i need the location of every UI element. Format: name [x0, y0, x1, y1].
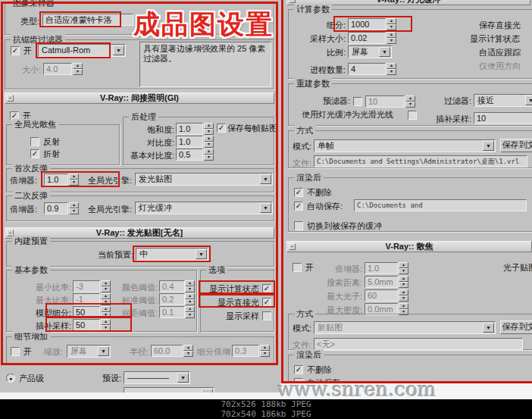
aa-size-field[interactable]: 4.0 [43, 63, 72, 75]
lc-glossy-checkbox[interactable]: ✓ [408, 111, 417, 120]
lc-subdivs-spinner[interactable]: ▴▾ [386, 18, 396, 30]
ca-file-path-field[interactable]: <无> [314, 338, 523, 350]
dropdown-arrow-icon[interactable]: ▼ [525, 95, 532, 105]
lc-file-path-field[interactable]: C:\Documents and Settings\Administrator\… [314, 155, 527, 167]
dropdown-arrow-icon[interactable]: ▼ [483, 141, 494, 151]
chevron-up-icon[interactable]: ▴ [69, 202, 79, 208]
lc-save-to-file-button[interactable]: 保存到文件 [500, 139, 532, 152]
dropdown-arrow-icon[interactable]: ▼ [196, 249, 207, 259]
chevron-up-icon[interactable]: ▴ [204, 123, 214, 129]
clr-thresh-field[interactable]: 0.4 [159, 280, 185, 292]
detail-subdiv-mult-field[interactable]: 0.3 [232, 345, 259, 357]
refractive-checkbox[interactable]: ✓ [30, 149, 39, 158]
chevron-up-icon[interactable]: ▴ [185, 293, 195, 299]
lc-sample-size-spinner[interactable]: ▴▾ [386, 32, 396, 44]
chevron-down-icon[interactable]: ▾ [260, 351, 270, 357]
ca-dont-delete-checkbox[interactable]: ✓ [294, 365, 303, 374]
chevron-up-icon[interactable]: ▴ [101, 293, 111, 299]
detail-scale-dropdown[interactable]: 屏幕 ▼ [67, 345, 111, 358]
save-frame-checkbox[interactable]: ✓ [217, 124, 226, 133]
chevron-down-icon[interactable]: ▾ [386, 24, 396, 30]
nrm-thresh-spinner[interactable]: ▴▾ [185, 293, 195, 305]
hsph-subdivs-spinner[interactable]: ▴▾ [101, 306, 111, 318]
second-engine-dropdown[interactable]: 灯光缓冲 ▼ [135, 202, 273, 214]
contrast-base-spinner[interactable]: ▴▾ [204, 149, 214, 161]
chevron-up-icon[interactable]: ▴ [399, 303, 408, 309]
second-mult-spinner[interactable]: ▴▾ [69, 202, 79, 214]
lc-switch-checkbox[interactable]: ✓ [294, 221, 303, 230]
first-mult-field[interactable]: 1.0 [44, 174, 68, 186]
chevron-up-icon[interactable]: ▴ [69, 174, 79, 180]
ca-mult-field[interactable]: 1.0 [365, 262, 398, 274]
detail-on-checkbox[interactable]: ✓ [11, 347, 20, 356]
chevron-down-icon[interactable]: ▾ [101, 312, 111, 318]
nrm-thresh-field[interactable]: 0.2 [159, 293, 185, 305]
chevron-down-icon[interactable]: ▾ [101, 286, 111, 292]
lc-dont-delete-checkbox[interactable]: ✓ [294, 188, 303, 197]
show-calc-checkbox[interactable]: ✓ [262, 284, 271, 293]
chevron-up-icon[interactable]: ▴ [185, 280, 195, 286]
collapse-minus-icon[interactable]: - [289, 0, 296, 3]
chevron-up-icon[interactable]: ▴ [73, 63, 83, 69]
dropdown-arrow-icon[interactable]: ▼ [113, 45, 124, 55]
chevron-down-icon[interactable]: ▾ [204, 142, 214, 148]
lc-prefilter-field[interactable]: 10 [365, 95, 405, 108]
production-radio[interactable]: ● [6, 374, 15, 383]
lc-interp-field[interactable]: 10 [474, 112, 532, 124]
collapse-minus-icon[interactable]: - [7, 95, 14, 102]
chevron-down-icon[interactable]: ▾ [101, 299, 111, 305]
lc-passes-spinner[interactable]: ▴▾ [386, 63, 396, 75]
ca-search-field[interactable]: 5.0mm [365, 276, 398, 288]
min-rate-spinner[interactable]: ▴▾ [101, 280, 111, 292]
interp-samples-spinner[interactable]: ▴▾ [101, 319, 111, 331]
chevron-up-icon[interactable]: ▴ [399, 276, 408, 282]
chevron-down-icon[interactable]: ▾ [101, 325, 111, 331]
chevron-up-icon[interactable]: ▴ [183, 345, 193, 351]
detail-radius-spinner[interactable]: ▴▾ [183, 345, 193, 357]
chevron-up-icon[interactable]: ▴ [386, 32, 396, 38]
lc-scale-dropdown[interactable]: 屏幕 ▼ [348, 45, 392, 58]
chevron-down-icon[interactable]: ▾ [185, 299, 195, 305]
dist-thresh-spinner[interactable]: ▴▾ [185, 306, 195, 318]
chevron-down-icon[interactable]: ▾ [204, 155, 214, 161]
interp-samples-field[interactable]: 50 [73, 319, 100, 331]
chevron-down-icon[interactable]: ▾ [405, 102, 415, 108]
chevron-up-icon[interactable]: ▴ [386, 63, 396, 69]
chevron-up-icon[interactable]: ▴ [101, 280, 111, 286]
ca-search-spinner[interactable]: ▴▾ [399, 276, 408, 288]
dist-thresh-field[interactable]: 0.1 [159, 306, 185, 318]
hsph-subdivs-field[interactable]: 50 [73, 306, 100, 318]
contrast-field[interactable]: 1.0 [176, 136, 203, 148]
chevron-down-icon[interactable]: ▾ [399, 268, 408, 274]
caustics-on-checkbox[interactable]: ✓ [293, 263, 302, 272]
dropdown-arrow-icon[interactable]: ▼ [260, 203, 271, 213]
detail-radius-field[interactable]: 60.0 [151, 345, 183, 357]
first-mult-spinner[interactable]: ▴▾ [69, 174, 79, 186]
lc-prefilter-checkbox[interactable]: ✓ [353, 97, 362, 106]
aa-on-checkbox[interactable]: ✓ [11, 46, 20, 55]
chevron-down-icon[interactable]: ▾ [204, 129, 214, 135]
clr-thresh-spinner[interactable]: ▴▾ [185, 280, 195, 292]
max-rate-spinner[interactable]: ▴▾ [101, 293, 111, 305]
sampler-type-field[interactable]: 自适应准蒙特卡洛 [42, 14, 133, 26]
detail-subdiv-mult-spinner[interactable]: ▴▾ [260, 345, 270, 357]
dropdown-arrow-icon[interactable]: ▼ [98, 346, 109, 356]
min-rate-field[interactable]: -3 [73, 280, 100, 292]
chevron-down-icon[interactable]: ▾ [183, 351, 193, 357]
chevron-down-icon[interactable]: ▾ [386, 69, 396, 75]
collapse-minus-icon[interactable]: - [289, 243, 296, 250]
contrast-base-field[interactable]: 0.5 [176, 149, 203, 161]
chevron-down-icon[interactable]: ▾ [185, 286, 195, 292]
aa-size-spinner[interactable]: ▴▾ [73, 63, 83, 75]
first-engine-dropdown[interactable]: 发光贴图 ▼ [135, 173, 273, 186]
chevron-down-icon[interactable]: ▾ [399, 295, 408, 302]
chevron-up-icon[interactable]: ▴ [399, 262, 408, 268]
saturation-spinner[interactable]: ▴▾ [204, 123, 214, 135]
ca-max-photons-spinner[interactable]: ▴▾ [399, 289, 408, 302]
lc-auto-save-path-field[interactable]: C:\Documents and [354, 199, 527, 211]
ca-save-to-file-button[interactable]: 保存到文件 [500, 321, 532, 334]
show-direct-checkbox[interactable]: ✓ [262, 298, 271, 307]
lc-passes-field[interactable]: 4 [348, 63, 386, 75]
chevron-up-icon[interactable]: ▴ [204, 149, 214, 155]
chevron-down-icon[interactable]: ▾ [386, 38, 396, 44]
